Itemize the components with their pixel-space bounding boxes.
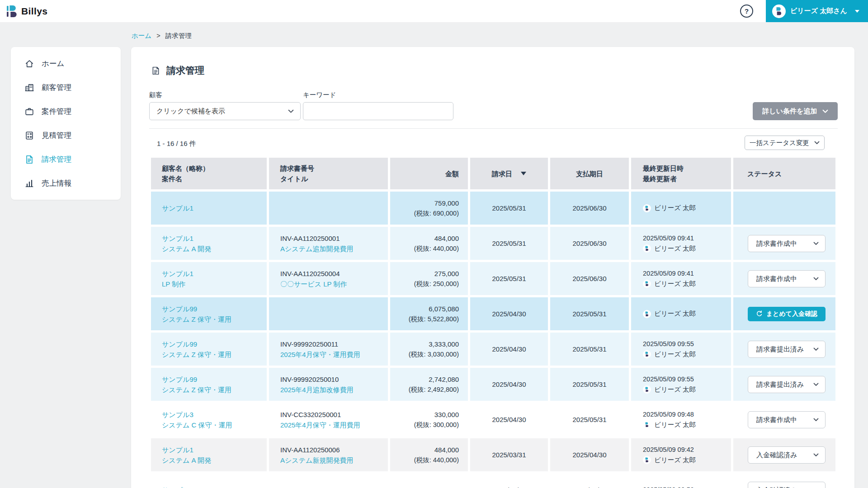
status-select[interactable]: 入金確認済み [748, 446, 826, 464]
customer-link[interactable]: サンプル1 [162, 268, 266, 279]
updater-name: ビリーズ 太郎 [654, 279, 696, 289]
cell-invoice: INV-999920250009 [269, 474, 388, 488]
cell-amount: 275,000(税抜: 250,000) [390, 262, 468, 295]
sidebar-item-3[interactable]: 見積管理 [11, 123, 121, 147]
invoice-number: INV-CC3320250001 [280, 409, 387, 420]
case-link[interactable]: システム C 保守・運用 [162, 420, 266, 430]
cell-invoice: INV-9999202500112025年4月保守・運用費用 [269, 333, 388, 366]
cell-due-date: 2025/06/30 [550, 192, 629, 225]
invoice-title-link[interactable]: 2025年4月保守・運用費用 [280, 420, 387, 430]
user-name: ビリーズ 太郎さん [790, 7, 847, 15]
customer-link[interactable]: サンプル99 [162, 374, 266, 385]
invoice-title-link[interactable]: Aシステム新規開発費用 [280, 455, 387, 465]
header-amount: 金額 [390, 158, 468, 189]
invoice-number: INV-AA1120250004 [280, 268, 387, 279]
cell-status: 請求書提出済み [733, 333, 835, 366]
invoice-title-link[interactable]: Aシステム追加開発費用 [280, 244, 387, 254]
customer-link[interactable]: サンプル1 [162, 203, 266, 213]
cell-status: 請求書作成中 [733, 403, 835, 436]
header-updated: 最終更新日時 最終更新者 [631, 158, 731, 189]
updated-at: 2025/05/09 09:41 [643, 268, 731, 279]
updater-name: ビリーズ 太郎 [654, 455, 696, 465]
table-row: サンプル1システム A 開発INV-AA1120250001Aシステム追加開発費… [151, 227, 835, 260]
sidebar-nav: ホーム顧客管理案件管理見積管理請求管理売上情報 [11, 47, 121, 200]
cell-amount: 2,742,080(税抜: 2,492,800) [390, 368, 468, 401]
case-link[interactable]: システム Z 保守・運用 [162, 349, 266, 360]
case-link[interactable]: LP 制作 [162, 279, 266, 289]
invoice-title-link[interactable]: 2025年4月保守・運用費用 [280, 349, 387, 360]
chevron-down-icon [813, 347, 819, 351]
sidebar-item-5[interactable]: 売上情報 [11, 171, 121, 195]
customer-link[interactable]: サンプル1 [162, 445, 266, 455]
cell-invoice-date: 2025/04/30 [470, 403, 548, 436]
status-select[interactable]: 請求書作成中 [748, 411, 826, 428]
status-select[interactable]: 入金確認済み [748, 482, 826, 488]
bulk-payment-confirm-button[interactable]: まとめて入金確認 [748, 307, 826, 321]
cell-due-date: 2025/06/30 [550, 227, 629, 260]
refresh-icon [756, 310, 763, 317]
keyword-filter-label: キーワード [303, 91, 336, 99]
cell-due-date: 2025/05/31 [550, 403, 629, 436]
status-select[interactable]: 請求書提出済み [748, 341, 826, 358]
app-logo[interactable]: Billys [0, 5, 47, 18]
help-icon[interactable]: ? [740, 5, 753, 18]
table-row: サンプル1LP 制作INV-AA1120250004〇〇サービス LP 制作27… [151, 262, 835, 295]
updated-by: ビリーズ 太郎 [643, 244, 731, 254]
chevron-down-icon [813, 453, 819, 457]
header-due-date: 支払期日 [550, 158, 629, 189]
invoice-table-wrap: 顧客名（略称） 案件名 請求書番号 タイトル 金額 請求日 [149, 155, 838, 488]
bulk-status-change-button[interactable]: 一括ステータス変更 [745, 136, 825, 150]
status-select[interactable]: 請求書提出済み [748, 376, 826, 393]
advanced-filter-label: 詳しい条件を追加 [762, 107, 817, 116]
cell-due-date: 2025/04/30 [550, 474, 629, 488]
sidebar-item-1[interactable]: 顧客管理 [11, 75, 121, 99]
case-link[interactable]: システム Z 保守・運用 [162, 385, 266, 395]
sort-desc-icon[interactable] [521, 172, 526, 175]
updated-at: 2025/05/09 09:55 [643, 374, 731, 385]
updated-at: 2025/05/09 09:41 [643, 233, 731, 244]
chevron-down-icon [813, 418, 819, 422]
customer-link[interactable]: サンプル1 [162, 233, 266, 244]
status-select[interactable]: 請求書作成中 [748, 235, 826, 252]
customer-link[interactable]: サンプル3 [162, 409, 266, 420]
keyword-input[interactable] [303, 102, 453, 120]
case-link[interactable]: システム Z 保守・運用 [162, 314, 266, 324]
user-menu[interactable]: ビリーズ 太郎さん [766, 0, 868, 22]
status-select-value: 入金確認済み [756, 450, 797, 460]
sidebar-item-0[interactable]: ホーム [11, 52, 121, 75]
updated-by: ビリーズ 太郎 [643, 420, 731, 430]
customer-link[interactable]: サンプル99 [162, 339, 266, 349]
cell-due-date: 2025/05/31 [550, 297, 629, 330]
status-select-value: 入金確認済み [756, 485, 797, 488]
customer-link[interactable]: サンプル99 [162, 485, 266, 488]
header-customer: 顧客名（略称） 案件名 [151, 158, 267, 189]
amount-tax-excluded: (税抜: 2,492,800) [391, 385, 459, 395]
sidebar-item-4[interactable]: 請求管理 [11, 147, 121, 171]
page-title: 請求管理 [151, 64, 204, 77]
sidebar-item-2[interactable]: 案件管理 [11, 99, 121, 123]
updated-by: ビリーズ 太郎 [643, 203, 731, 213]
case-link[interactable]: システム A 開発 [162, 244, 266, 254]
amount-tax-excluded: (税抜: 690,000) [391, 208, 459, 219]
cell-due-date: 2025/05/31 [550, 333, 629, 366]
invoice-table: 顧客名（略称） 案件名 請求書番号 タイトル 金額 請求日 [149, 155, 838, 488]
chevron-down-icon [822, 109, 828, 113]
cell-status: 請求書提出済み [733, 368, 835, 401]
status-select[interactable]: 請求書作成中 [748, 270, 826, 287]
table-header-row: 顧客名（略称） 案件名 請求書番号 タイトル 金額 請求日 [151, 158, 835, 189]
cell-customer: サンプル99システム Z 保守・運用 [151, 333, 267, 366]
updated-by: ビリーズ 太郎 [643, 279, 731, 289]
sidebar-item-label: 売上情報 [42, 178, 71, 188]
updater-avatar [643, 244, 651, 253]
customer-link[interactable]: サンプル99 [162, 304, 266, 314]
amount-tax-excluded: (税抜: 3,030,000) [391, 349, 459, 360]
advanced-filter-button[interactable]: 詳しい条件を追加 [753, 102, 838, 120]
breadcrumb-home-link[interactable]: ホーム [132, 32, 151, 39]
case-link[interactable]: システム A 開発 [162, 455, 266, 465]
customer-select[interactable]: クリックで候補を表示 [149, 102, 301, 120]
cell-status: 請求書作成中 [733, 227, 835, 260]
cell-amount: 759,000(税抜: 690,000) [390, 192, 468, 225]
invoice-title-link[interactable]: 2025年4月追加改修費用 [280, 385, 387, 395]
invoice-title-link[interactable]: 〇〇サービス LP 制作 [280, 279, 387, 289]
updater-avatar [643, 456, 651, 464]
